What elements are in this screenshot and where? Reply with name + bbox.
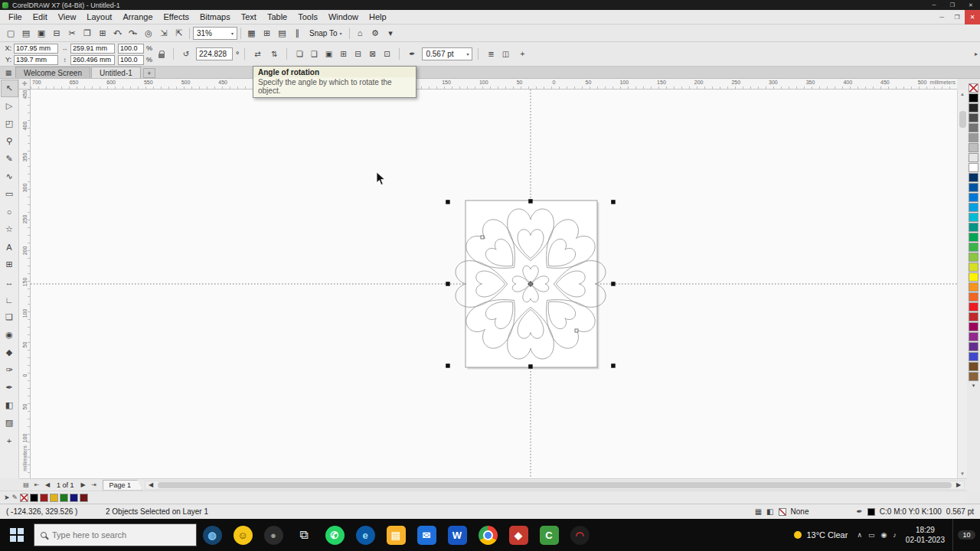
notification-center-button[interactable]: 10 (952, 519, 980, 551)
menu-item[interactable]: Effects (158, 10, 194, 24)
color-swatch[interactable] (969, 262, 978, 272)
y-position-input[interactable]: 139.7 mm (14, 55, 58, 65)
page-icon[interactable]: ▤ (21, 481, 31, 488)
fullscreen-preview-button[interactable]: ▦ (244, 26, 259, 41)
selection-handle[interactable] (611, 200, 616, 204)
color-swatch[interactable] (969, 292, 978, 302)
intersect-button[interactable]: ⊠ (365, 47, 379, 61)
scale-v-input[interactable]: 100.0 (118, 55, 144, 65)
document-color-swatch[interactable] (50, 494, 58, 502)
menu-item[interactable]: Arrange (117, 10, 158, 24)
previous-page-button[interactable]: ◀ (42, 481, 53, 488)
color-swatch[interactable] (969, 362, 978, 371)
close-button[interactable]: ✕ (962, 0, 980, 10)
cut-button[interactable]: ✂ (64, 26, 79, 41)
whatsapp-icon[interactable]: ✆ (319, 520, 350, 550)
eyedropper-tool[interactable]: ✑ (1, 361, 18, 379)
color-swatch[interactable] (969, 372, 978, 381)
horizontal-scroll-thumb[interactable] (158, 482, 952, 488)
weather-widget[interactable]: 13°C Clear (794, 530, 848, 540)
start-button[interactable] (0, 519, 34, 551)
selection-handle[interactable] (528, 364, 533, 369)
show-rulers-button[interactable]: ⊞ (260, 26, 274, 41)
color-swatch[interactable] (969, 183, 978, 192)
color-swatch[interactable] (969, 133, 978, 142)
color-swatch[interactable] (969, 302, 978, 311)
selection-handle[interactable] (446, 282, 450, 286)
contour-tool[interactable]: ◉ (1, 326, 18, 344)
artistic-media-tool[interactable]: ∿ (1, 168, 18, 185)
overflow-arrow-icon[interactable]: ▸ (975, 51, 978, 57)
color-swatch[interactable] (969, 113, 978, 122)
document-palette-icon[interactable]: ▦ (755, 507, 762, 516)
mirror-horizontal-button[interactable]: ⇄ (250, 47, 264, 61)
chrome-icon[interactable] (472, 520, 503, 550)
document-color-swatch[interactable] (80, 494, 88, 502)
convert-to-curves-button[interactable]: ◫ (498, 47, 512, 61)
menu-item[interactable]: Help (364, 10, 392, 24)
menu-item[interactable]: Tools (292, 10, 323, 24)
import-button[interactable]: ⇲ (156, 26, 171, 41)
scroll-down-icon[interactable]: ▼ (958, 469, 967, 478)
color-swatch[interactable] (969, 173, 978, 182)
menu-item[interactable]: Window (323, 10, 364, 24)
drop-shadow-tool[interactable]: ❏ (1, 308, 18, 326)
coreldraw-icon[interactable]: C (534, 520, 564, 550)
table-tool[interactable]: ⊞ (1, 256, 18, 273)
object-width-input[interactable]: 259.91 mm (70, 44, 115, 54)
color-swatch[interactable] (969, 193, 978, 202)
tray-display-icon[interactable]: ▭ (868, 531, 875, 539)
x-position-input[interactable]: 107.95 mm (14, 44, 58, 54)
document-color-swatch[interactable] (70, 494, 78, 502)
scale-h-input[interactable]: 100.0 (118, 44, 144, 54)
color-swatch[interactable] (969, 163, 978, 172)
to-front-button[interactable]: ❏ (292, 47, 306, 61)
scroll-right-icon[interactable]: ▶ (953, 481, 964, 488)
search-input[interactable] (52, 530, 178, 540)
minimize-button[interactable]: ─ (925, 0, 943, 10)
color-swatch[interactable] (969, 282, 978, 292)
connector-tool[interactable]: ∟ (1, 291, 18, 308)
fill-none-swatch[interactable] (779, 508, 786, 516)
color-swatch[interactable] (969, 143, 978, 152)
wrap-text-button[interactable]: ≣ (484, 47, 498, 61)
interactive-fill-tool[interactable]: ▨ (1, 414, 18, 432)
save-button[interactable]: ▣ (34, 26, 48, 41)
color-swatch[interactable] (969, 203, 978, 212)
selection-handle[interactable] (446, 200, 450, 204)
color-swatch[interactable] (969, 233, 978, 242)
menu-item[interactable]: Text (236, 10, 262, 24)
tray-collapse-icon[interactable]: ∧ (857, 531, 862, 539)
search-content-button[interactable]: ◎ (141, 26, 155, 41)
avatar-icon[interactable]: ☺ (227, 520, 258, 550)
freehand-tool[interactable]: ✎ (1, 150, 18, 168)
document-color-swatch[interactable] (30, 494, 38, 502)
tab-welcome-screen[interactable]: Welcome Screen (15, 67, 90, 78)
color-swatch[interactable] (969, 272, 978, 282)
tray-volume-icon[interactable]: ♪ (893, 531, 897, 539)
dimension-tool[interactable]: ↔ (1, 273, 18, 291)
copy-button[interactable]: ❐ (80, 26, 94, 41)
pointer-icon[interactable]: ➤ (4, 494, 10, 501)
selection-handle[interactable] (611, 364, 616, 368)
crop-tool[interactable]: ◰ (1, 115, 18, 132)
outline-color-swatch[interactable] (867, 508, 875, 516)
color-swatch[interactable] (969, 83, 978, 93)
palette-scroll-down-icon[interactable]: ▾ (972, 383, 975, 389)
selection-handle[interactable] (446, 364, 450, 368)
object-height-input[interactable]: 260.496 mm (70, 55, 115, 65)
group-button[interactable]: ▣ (322, 47, 335, 61)
drawing-canvas[interactable] (31, 90, 957, 478)
color-swatch[interactable] (969, 213, 978, 222)
color-swatch[interactable] (969, 153, 978, 162)
color-swatch[interactable] (969, 223, 978, 232)
color-swatch[interactable] (969, 253, 978, 262)
document-color-swatch[interactable] (40, 494, 48, 502)
add-preset-button[interactable]: + (515, 47, 529, 61)
maximize-button[interactable]: ❒ (943, 0, 962, 10)
menu-item[interactable]: File (3, 10, 28, 24)
outline-pen-tool[interactable]: ✒ (1, 379, 18, 396)
ellipse-tool[interactable]: ○ (1, 203, 18, 220)
color-swatch[interactable] (969, 332, 978, 341)
rectangle-tool[interactable]: ▭ (1, 185, 18, 203)
